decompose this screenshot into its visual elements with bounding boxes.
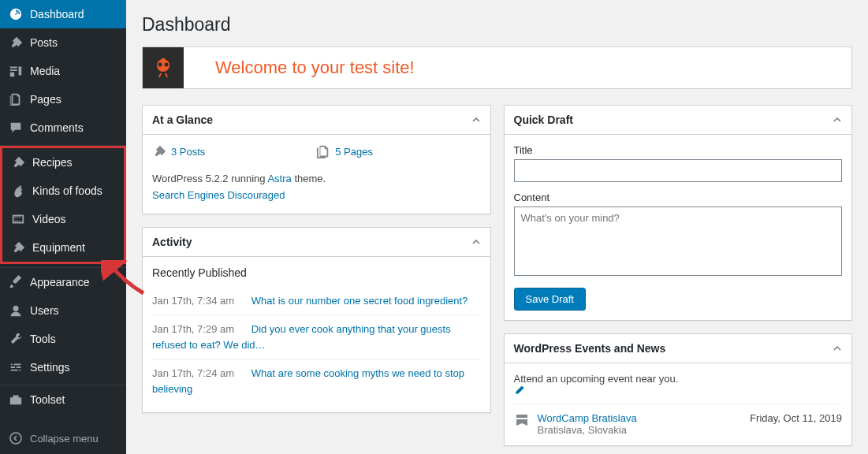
quick-draft-panel: Quick Draft Title Content Save Draft xyxy=(504,105,853,321)
collapse-menu-button[interactable]: Collapse menu xyxy=(0,422,126,454)
sidebar-item-recipes[interactable]: Recipes xyxy=(2,148,124,177)
wordcamp-icon xyxy=(514,412,530,436)
sidebar-item-label: Recipes xyxy=(32,156,73,169)
activity-time: Jan 17th, 7:24 am xyxy=(152,367,234,379)
glance-pages[interactable]: 5 Pages xyxy=(316,144,480,158)
sidebar-item-label: Posts xyxy=(30,36,58,49)
activity-item: Jan 17th, 7:29 am Did you ever cook anyt… xyxy=(152,314,481,359)
sidebar-item-posts[interactable]: Posts xyxy=(0,28,126,57)
pages-count-link[interactable]: 5 Pages xyxy=(335,146,373,158)
svg-rect-4 xyxy=(162,58,165,61)
sidebar-item-comments[interactable]: Comments xyxy=(0,114,126,142)
toggle-up-icon[interactable] xyxy=(833,344,842,353)
activity-item: Jan 17th, 7:34 am What is our number one… xyxy=(152,287,481,315)
activity-time: Jan 17th, 7:34 am xyxy=(152,295,234,307)
collapse-icon xyxy=(8,430,24,446)
main-content: Dashboard Welcome to your test site! At … xyxy=(126,0,868,454)
draft-content-label: Content xyxy=(514,192,843,203)
pin-icon xyxy=(152,144,166,158)
activity-header[interactable]: Activity xyxy=(143,228,490,257)
activity-panel: Activity Recently Published Jan 17th, 7:… xyxy=(142,227,491,414)
settings-icon xyxy=(8,359,24,375)
activity-time: Jan 17th, 7:29 am xyxy=(152,323,234,335)
sidebar-item-dashboard[interactable]: Dashboard xyxy=(0,0,126,28)
events-attend-text: Attend an upcoming event near you. xyxy=(514,373,679,385)
quick-draft-header[interactable]: Quick Draft xyxy=(505,106,852,135)
edit-location-icon[interactable] xyxy=(514,385,843,396)
at-a-glance-panel: At a Glance 3 Posts xyxy=(142,105,491,214)
activity-item: Jan 17th, 7:24 am What are some cooking … xyxy=(152,359,481,403)
toggle-up-icon[interactable] xyxy=(471,115,481,125)
draft-title-label: Title xyxy=(514,144,843,156)
wp-version-text: WordPress 5.2.2 running xyxy=(152,173,267,184)
sidebar-item-label: Comments xyxy=(30,121,84,134)
sidebar-item-label: Appearance xyxy=(30,276,90,288)
event-location: Bratislava, Slovakia xyxy=(538,424,637,436)
welcome-text: Welcome to your test site! xyxy=(215,58,415,78)
posts-count-link[interactable]: 3 Posts xyxy=(171,146,205,158)
user-icon xyxy=(8,303,24,318)
at-a-glance-title: At a Glance xyxy=(152,114,213,126)
draft-content-textarea[interactable] xyxy=(514,207,843,276)
page-icon xyxy=(8,91,24,107)
pin-icon xyxy=(10,154,26,170)
event-date: Friday, Oct 11, 2019 xyxy=(750,412,842,424)
sidebar-item-pages[interactable]: Pages xyxy=(0,85,126,114)
at-a-glance-header[interactable]: At a Glance xyxy=(143,106,490,135)
sidebar-item-label: Dashboard xyxy=(30,8,84,20)
sidebar-item-label: Equipment xyxy=(32,241,85,254)
sidebar-item-label: Settings xyxy=(30,361,70,374)
pin-icon xyxy=(10,240,26,255)
carrot-icon xyxy=(10,183,26,199)
sidebar-item-label: Tools xyxy=(30,333,56,345)
recently-published-heading: Recently Published xyxy=(152,266,481,279)
sidebar-item-users[interactable]: Users xyxy=(0,296,126,325)
welcome-panel: Welcome to your test site! xyxy=(142,47,852,89)
pages-icon xyxy=(316,144,330,158)
welcome-robot-icon xyxy=(143,47,184,88)
page-title: Dashboard xyxy=(142,14,852,35)
comment-icon xyxy=(8,120,24,136)
sidebar-item-appearance[interactable]: Appearance xyxy=(0,268,126,296)
sidebar-item-tools[interactable]: Tools xyxy=(0,325,126,353)
theme-link[interactable]: Astra xyxy=(267,173,291,184)
media-icon xyxy=(8,63,24,79)
toggle-up-icon[interactable] xyxy=(833,115,842,125)
sidebar-item-label: Kinds of foods xyxy=(32,184,102,197)
sidebar-item-toolset[interactable]: Toolset xyxy=(0,385,126,414)
svg-point-0 xyxy=(10,433,21,444)
events-header[interactable]: WordPress Events and News xyxy=(505,334,852,363)
glance-posts[interactable]: 3 Posts xyxy=(152,144,316,158)
events-title: WordPress Events and News xyxy=(514,342,666,355)
activity-title: Activity xyxy=(152,236,192,248)
svg-point-2 xyxy=(158,63,162,67)
sidebar-item-kinds-of-foods[interactable]: Kinds of foods xyxy=(2,177,124,205)
toggle-up-icon[interactable] xyxy=(471,237,481,247)
events-panel: WordPress Events and News Attend an upco… xyxy=(504,333,853,446)
sidebar-item-label: Media xyxy=(30,65,60,77)
collapse-label: Collapse menu xyxy=(30,433,99,445)
wrench-icon xyxy=(8,331,24,347)
pin-icon xyxy=(8,35,24,50)
brush-icon xyxy=(8,274,24,290)
event-row: WordCamp Bratislava Bratislava, Slovakia… xyxy=(514,404,843,436)
sidebar-item-label: Pages xyxy=(30,93,61,106)
sidebar-item-label: Users xyxy=(30,304,59,317)
svg-point-3 xyxy=(165,63,169,67)
activity-post-link[interactable]: What is our number one secret food ingre… xyxy=(251,295,468,307)
draft-title-input[interactable] xyxy=(514,159,843,182)
sidebar-item-label: Toolset xyxy=(30,393,65,406)
event-name-link[interactable]: WordCamp Bratislava xyxy=(538,412,637,424)
quick-draft-title: Quick Draft xyxy=(514,114,573,126)
search-engines-link[interactable]: Search Engines Discouraged xyxy=(152,189,285,201)
sidebar-item-label: Videos xyxy=(32,213,66,225)
save-draft-button[interactable]: Save Draft xyxy=(514,288,586,311)
toolset-icon xyxy=(8,392,24,407)
sidebar-item-videos[interactable]: Videos xyxy=(2,205,124,233)
sidebar-item-media[interactable]: Media xyxy=(0,57,126,85)
sidebar-item-settings[interactable]: Settings xyxy=(0,353,126,381)
admin-sidebar: DashboardPostsMediaPagesComments Recipes… xyxy=(0,0,126,454)
dashboard-icon xyxy=(8,6,24,22)
video-icon xyxy=(10,211,26,227)
sidebar-item-equipment[interactable]: Equipment xyxy=(2,233,124,262)
